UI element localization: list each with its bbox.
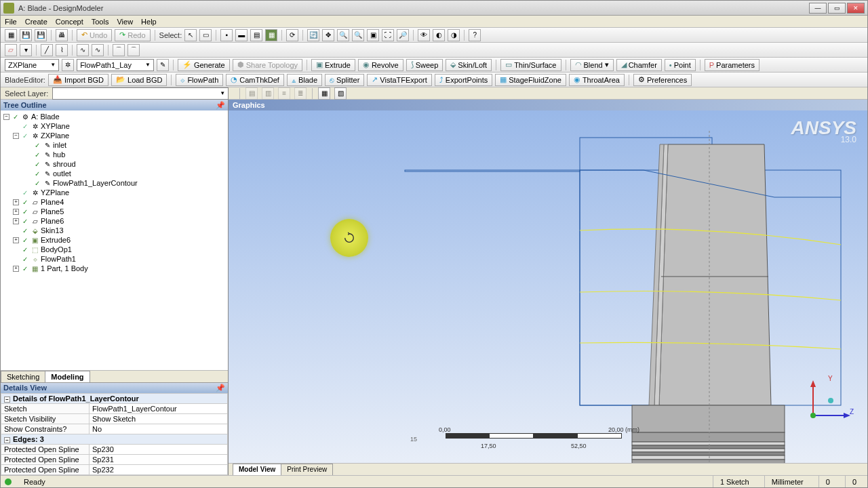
sel-face-icon[interactable]: ▤ (250, 29, 262, 41)
thin-surface-button[interactable]: ▭Thin/Surface (500, 59, 561, 71)
layer-combo[interactable]: ▼ (52, 87, 229, 100)
tree-item[interactable]: outlet (53, 169, 71, 178)
plane-icon[interactable]: ▱ (5, 44, 17, 56)
sketch-combo[interactable]: FlowPath1_Lay▼ (77, 59, 154, 71)
save-icon[interactable]: 💾 (20, 29, 32, 41)
import-bgd-button[interactable]: 📥Import BGD (48, 74, 108, 86)
new-plane-icon[interactable]: ✲ (62, 59, 74, 71)
point-button[interactable]: •Point (665, 59, 696, 71)
layer-btn-5[interactable]: ▦ (318, 87, 330, 100)
vista-export-button[interactable]: ↗VistaTFExport (367, 74, 432, 86)
tree-item[interactable]: shroud (53, 160, 76, 168)
flowpath-button[interactable]: ⟐FlowPath (176, 74, 223, 86)
tree-item[interactable]: hub (53, 150, 65, 159)
splitter-button[interactable]: ⎋Splitter (325, 74, 364, 86)
select-cursor-icon[interactable]: ↖ (184, 29, 197, 41)
camthkdef-button[interactable]: ◔CamThkDef (226, 74, 284, 86)
pin-icon[interactable]: 📌 (216, 384, 225, 392)
zoom-box-icon[interactable]: ▣ (367, 29, 379, 41)
details-value[interactable]: FlowPath1_LayerContour (90, 404, 228, 414)
blade-button[interactable]: ⟁Blade (287, 74, 322, 86)
line-tool-2-icon[interactable]: ⌇ (56, 44, 68, 56)
details-value[interactable]: Sp232 (90, 465, 228, 475)
help-icon[interactable]: ? (469, 29, 481, 41)
sel-edge-icon[interactable]: ▬ (235, 29, 248, 41)
plane-combo[interactable]: ZXPlane▼ (5, 59, 59, 71)
share-topology-button[interactable]: ⬢Share Topology (233, 59, 302, 71)
look-at-icon[interactable]: 👁 (418, 29, 430, 41)
load-bgd-button[interactable]: 📂Load BGD (111, 74, 167, 86)
tree-item[interactable]: FlowPath1_LayerContour (53, 179, 138, 187)
details-value[interactable]: Sp230 (90, 445, 228, 455)
details-group[interactable]: Details of FlowPath1_LayerContour (13, 394, 139, 403)
arc-2-icon[interactable]: ⌒ (127, 44, 140, 56)
viewport[interactable]: ANSYS 13.0 (229, 110, 867, 463)
menu-create[interactable]: Create (25, 18, 47, 26)
sweep-button[interactable]: ⟆Sweep (406, 59, 443, 71)
rotate-icon[interactable]: 🔄 (307, 29, 319, 41)
view-prev-icon[interactable]: ◐ (433, 29, 445, 41)
tree-root[interactable]: A: Blade (31, 113, 60, 121)
rotate-mode-icon[interactable]: ⟳ (286, 29, 298, 41)
pan-icon[interactable]: ✥ (322, 29, 334, 41)
tree-item[interactable]: Plane4 (41, 198, 64, 206)
tree-item[interactable]: BodyOp1 (41, 245, 72, 253)
tab-sketching[interactable]: Sketching (1, 371, 45, 382)
maximize-button[interactable]: ▭ (828, 3, 846, 14)
spline-icon[interactable]: ∿ (77, 44, 89, 56)
tab-modeling[interactable]: Modeling (45, 371, 90, 382)
zoom-fit-icon[interactable]: ⛶ (382, 29, 394, 41)
select-box-icon[interactable]: ▭ (199, 29, 212, 41)
menu-concept[interactable]: Concept (56, 18, 83, 26)
tree-item[interactable]: YZPlane (41, 188, 69, 197)
tree-item[interactable]: ZXPlane (41, 131, 69, 140)
tree-outline[interactable]: −✓⚙A: Blade ✓✲XYPlane −✓✲ZXPlane ✓✎inlet… (1, 110, 228, 370)
spline-2-icon[interactable]: ∿ (92, 44, 104, 56)
new-icon[interactable]: ▦ (5, 29, 17, 41)
zoom-in-icon[interactable]: 🔍 (337, 29, 349, 41)
details-value[interactable]: No (90, 424, 228, 434)
menu-help[interactable]: Help (141, 18, 157, 26)
menu-tools[interactable]: Tools (92, 18, 109, 26)
tree-item[interactable]: XYPlane (41, 122, 70, 130)
blend-button[interactable]: ◠Blend▾ (570, 59, 614, 71)
revolve-button[interactable]: ◉Revolve (358, 59, 403, 71)
tree-item[interactable]: inlet (53, 141, 66, 149)
export-points-button[interactable]: ⤴ExportPoints (435, 74, 492, 86)
layer-btn-6[interactable]: ▧ (334, 87, 347, 100)
arc-icon[interactable]: ⌒ (113, 44, 125, 56)
extrude-button[interactable]: ▣Extrude (311, 59, 355, 71)
skin-loft-button[interactable]: ⬙Skin/Loft (446, 59, 492, 71)
tree-item[interactable]: FlowPath1 (41, 255, 76, 263)
tab-print-preview[interactable]: Print Preview (281, 464, 333, 475)
tree-item[interactable]: Extrude6 (41, 236, 71, 244)
undo-button[interactable]: ↶Undo (77, 29, 112, 41)
layer-btn-2[interactable]: ▥ (262, 87, 274, 100)
layer-btn-4[interactable]: ≣ (294, 87, 307, 100)
menu-view[interactable]: View (117, 18, 133, 26)
layer-btn-3[interactable]: ≡ (278, 87, 290, 100)
view-next-icon[interactable]: ◑ (448, 29, 460, 41)
sel-body-icon[interactable]: ▦ (265, 29, 277, 41)
details-value[interactable]: Show Sketch (90, 414, 228, 424)
close-button[interactable]: ✕ (847, 3, 865, 14)
tree-item[interactable]: Skin13 (41, 226, 64, 235)
details-edges-group[interactable]: Edges: 3 (13, 435, 44, 443)
line-tool-icon[interactable]: ╱ (41, 44, 53, 56)
details-value[interactable]: Sp231 (90, 455, 228, 465)
layer-btn-1[interactable]: ▤ (245, 87, 258, 100)
parameters-button[interactable]: PParameters (705, 59, 760, 71)
save-icon-2[interactable]: 💾 (35, 29, 47, 41)
redo-button[interactable]: ↷Redo (115, 29, 150, 41)
minimize-button[interactable]: — (809, 3, 827, 14)
tree-item[interactable]: 1 Part, 1 Body (41, 264, 88, 272)
zoom-out-icon[interactable]: 🔍 (352, 29, 364, 41)
axis-triad[interactable]: Y Z (806, 375, 854, 422)
stage-fluid-button[interactable]: ▦StageFluidZone (495, 74, 566, 86)
sel-point-icon[interactable]: ▪ (220, 29, 233, 41)
print-icon[interactable]: 🖶 (56, 29, 68, 41)
new-sketch-icon[interactable]: ✎ (157, 59, 169, 71)
tree-item[interactable]: Plane5 (41, 207, 64, 216)
generate-button[interactable]: ⚡Generate (178, 59, 230, 71)
magnify-icon[interactable]: 🔎 (397, 29, 409, 41)
